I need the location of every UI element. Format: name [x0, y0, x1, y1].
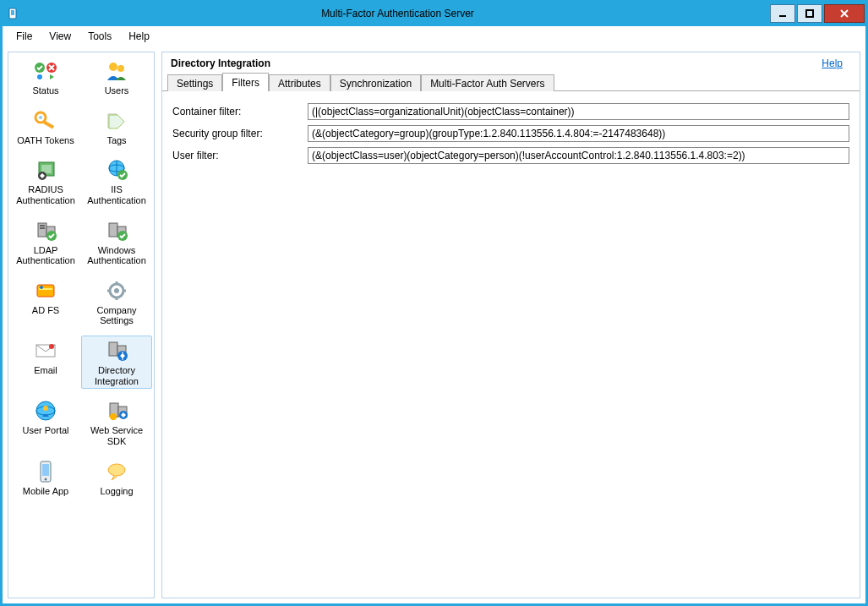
svg-point-10	[109, 63, 117, 71]
svg-rect-43	[109, 342, 117, 356]
sidebar-label: IIS Authentication	[83, 184, 150, 205]
svg-rect-2	[779, 15, 786, 17]
svg-rect-13	[42, 120, 54, 128]
sidebar-item-mobile-app[interactable]: Mobile App	[10, 456, 81, 500]
sidebar-item-users[interactable]: Users	[81, 56, 152, 99]
email-icon	[31, 338, 60, 363]
sidebar-item-iis[interactable]: IIS Authentication	[81, 155, 152, 208]
sidebar-item-directory-integration[interactable]: Directory Integration	[81, 336, 152, 389]
ldap-icon	[31, 218, 60, 243]
menu-view[interactable]: View	[41, 28, 79, 45]
svg-rect-29	[109, 223, 117, 237]
sidebar-item-logging[interactable]: Logging	[81, 456, 152, 500]
sidebar-label: Company Settings	[83, 305, 150, 326]
container-filter-label: Container filter:	[172, 106, 308, 117]
window-title: Multi-Factor Authentication Server	[25, 8, 770, 19]
sidebar-label: Web Service SDK	[83, 425, 150, 446]
sidebar-label: OATH Tokens	[17, 135, 74, 146]
mobile-icon	[31, 459, 60, 484]
sidebar-item-company-settings[interactable]: Company Settings	[81, 276, 152, 329]
user-portal-icon	[31, 398, 60, 423]
svg-point-59	[108, 464, 125, 476]
radius-icon	[31, 157, 60, 183]
svg-marker-9	[50, 74, 54, 79]
sidebar-item-ldap[interactable]: LDAP Authentication	[10, 216, 81, 269]
windows-auth-icon	[102, 218, 131, 243]
sidebar-label: Email	[34, 365, 57, 376]
svg-rect-25	[40, 225, 45, 227]
user-filter-label: User filter:	[172, 150, 308, 161]
sidebar-item-tags[interactable]: Tags	[81, 106, 152, 149]
directory-icon	[102, 338, 131, 363]
sidebar-item-adfs[interactable]: AD FS	[10, 276, 81, 329]
sidebar-item-oath-tokens[interactable]: OATH Tokens	[10, 106, 81, 149]
status-icon	[31, 58, 60, 84]
sidebar-label: AD FS	[32, 305, 59, 316]
container-filter-input[interactable]	[308, 103, 849, 120]
svg-rect-1	[11, 10, 14, 15]
svg-rect-3	[806, 10, 813, 17]
main-panel: Directory Integration Help Settings Filt…	[161, 52, 860, 598]
svg-point-50	[43, 406, 48, 411]
svg-point-34	[40, 286, 43, 289]
svg-rect-57	[42, 464, 49, 476]
sidebar-label: Windows Authentication	[83, 245, 150, 266]
app-icon	[7, 7, 20, 20]
menu-file[interactable]: File	[8, 28, 41, 45]
sidebar-item-email[interactable]: Email	[10, 336, 81, 389]
sidebar-label: Logging	[100, 486, 133, 497]
tab-attributes[interactable]: Attributes	[269, 74, 330, 91]
svg-point-11	[117, 65, 124, 72]
iis-icon	[102, 157, 131, 183]
tab-filters[interactable]: Filters	[222, 73, 269, 91]
menubar: File View Tools Help	[3, 26, 865, 46]
svg-point-42	[49, 344, 54, 349]
sidebar-item-user-portal[interactable]: User Portal	[10, 396, 81, 449]
adfs-icon	[31, 278, 60, 303]
sidebar-item-status[interactable]: Status	[10, 56, 81, 99]
sdk-icon	[102, 398, 131, 423]
security-filter-input[interactable]	[308, 125, 849, 142]
svg-rect-32	[37, 285, 54, 297]
sidebar-item-radius[interactable]: RADIUS Authentication	[10, 155, 81, 208]
tab-synchronization[interactable]: Synchronization	[330, 74, 421, 91]
sidebar-label: Mobile App	[23, 486, 68, 497]
sidebar-label: Users	[105, 85, 129, 96]
tags-icon	[102, 108, 131, 134]
help-link[interactable]: Help	[822, 57, 843, 69]
minimize-button[interactable]	[770, 4, 795, 23]
menu-tools[interactable]: Tools	[79, 28, 120, 45]
sidebar-item-web-service-sdk[interactable]: Web Service SDK	[81, 396, 152, 449]
logging-icon	[102, 459, 131, 484]
maximize-button[interactable]	[797, 4, 822, 23]
tab-mfa-servers[interactable]: Multi-Factor Auth Servers	[421, 74, 554, 91]
titlebar: Multi-Factor Authentication Server	[2, 2, 866, 25]
users-icon	[102, 58, 131, 84]
svg-point-8	[37, 74, 42, 79]
svg-point-58	[45, 478, 47, 480]
page-title: Directory Integration	[171, 57, 270, 69]
tab-bar: Settings Filters Attributes Synchronizat…	[162, 73, 860, 91]
security-filter-label: Security group filter:	[172, 128, 308, 139]
sidebar: Status Users OATH Tokens	[8, 52, 155, 598]
sidebar-label: User Portal	[22, 425, 68, 436]
svg-point-36	[114, 288, 119, 293]
tab-settings[interactable]: Settings	[167, 74, 222, 91]
sidebar-label: Directory Integration	[83, 365, 150, 386]
sidebar-label: Tags	[106, 135, 126, 146]
key-icon	[31, 108, 60, 134]
sidebar-label: Status	[32, 85, 58, 96]
svg-point-14	[39, 116, 42, 119]
sidebar-item-windows-auth[interactable]: Windows Authentication	[81, 216, 152, 269]
menu-help[interactable]: Help	[120, 28, 158, 45]
sidebar-label: RADIUS Authentication	[12, 184, 79, 205]
sidebar-label: LDAP Authentication	[12, 245, 79, 266]
svg-point-53	[110, 413, 117, 420]
svg-rect-26	[40, 227, 45, 229]
gear-icon	[102, 278, 131, 303]
tab-content-filters: Container filter: Security group filter:…	[162, 91, 860, 181]
close-button[interactable]	[824, 4, 865, 23]
user-filter-input[interactable]	[308, 147, 849, 164]
